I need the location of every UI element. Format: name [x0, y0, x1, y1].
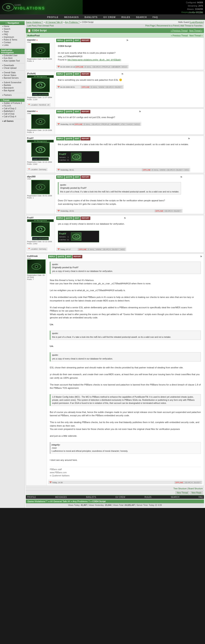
sidebar-item-banappeal[interactable]: » Ban Appeal — [0, 89, 25, 92]
sidebar-item-partners[interactable]: » Partners — [0, 94, 25, 96]
post-5-search-btn[interactable]: SEARCH — [164, 210, 173, 212]
post-1-report-icon[interactable]: ⚑ — [126, 39, 129, 42]
bottom-search-link[interactable]: SEARCH — [171, 496, 179, 498]
bottom-faq-link[interactable]: FAQ — [198, 496, 203, 498]
post-3-reply-btn[interactable]: REPLY — [56, 110, 64, 113]
post-3-edit-btn[interactable]: EDIT — [74, 110, 80, 113]
sidebar-item-cheatupload[interactable]: » Cheat Upload — [0, 67, 25, 70]
sidebar-item-bf2[interactable]: » Battlefield 2 — [0, 110, 25, 112]
nav-gvcrew[interactable]: GV CREW — [100, 15, 119, 20]
post-4-mss-btn[interactable]: MSS — [184, 169, 189, 171]
bottom-messages-link[interactable]: MESSAGES — [55, 496, 67, 498]
nav-banlists[interactable]: BANLISTS — [82, 15, 100, 20]
post-3-report-icon[interactable]: ⚑ — [139, 110, 141, 113]
bottom-bc-problems[interactable]: Any Problems ? — [72, 500, 90, 502]
post-3-report-btn[interactable]: REPORT — [81, 110, 91, 113]
sidebar-item-home[interactable]: » Home — [0, 25, 25, 28]
sidebar-item-fear[interactable]: » F.E.A.R. — [0, 104, 25, 107]
sidebar-item-autoupdate[interactable]: » Auto-Update-Tool — [0, 60, 25, 62]
post-6-report-btn[interactable]: REPORT — [81, 216, 91, 220]
sidebar-item-contact[interactable]: » Contact — [0, 41, 25, 44]
sidebar-item-overallstats[interactable]: » Overall Stats — [0, 71, 25, 74]
post-2-edit-btn[interactable]: EDIT — [74, 72, 80, 76]
bottom-gvcrew-link[interactable]: GV CREW — [115, 496, 125, 498]
post-1-edit-btn[interactable]: EDIT — [74, 39, 80, 42]
post-4-quote-btn[interactable]: QUOTE — [65, 137, 73, 140]
post-5-report-icon[interactable]: ⚑ — [180, 176, 183, 179]
sidebar-item-impressum[interactable]: » Impressum — [0, 36, 25, 38]
post-6-www-btn[interactable]: WWW — [95, 248, 102, 251]
nav-search[interactable]: SEARCH — [133, 15, 150, 20]
post-1-reply-btn[interactable]: REPLY — [56, 39, 64, 42]
register-link[interactable]: Register — [196, 21, 203, 23]
post-1-search-btn[interactable]: SEARCH — [92, 66, 101, 68]
sidebar-item-cod4[interactable]: » Call of Duty 4 — [0, 115, 25, 118]
sidebar-item-team[interactable]: » Team — [0, 30, 25, 33]
post-3-atm-btn[interactable]: ATM — [120, 123, 125, 126]
new-reply-btn[interactable]: New Reply — [190, 491, 203, 494]
last-post-link[interactable]: Last Post — [27, 24, 36, 27]
bottom-profile-link[interactable]: PROFILE — [27, 496, 36, 498]
post-3-member-btn[interactable]: MEMBER — [110, 123, 120, 126]
post-1-offline-btn[interactable]: OFFLINE — [75, 66, 84, 68]
sidebar-item-cod2[interactable]: » Call of Duty 2 — [0, 107, 25, 110]
post-4-offline-btn[interactable]: OFFLINE — [142, 169, 151, 171]
post-5-buddy-btn[interactable]: BUDDY — [174, 210, 181, 212]
post-2-report-icon[interactable]: ⚑ — [121, 72, 124, 76]
add-favorites-link[interactable]: Add Thread to Favorites — [180, 24, 202, 27]
post-3-mss-btn[interactable]: MSS3 — [134, 123, 140, 126]
post-4-report-btn[interactable]: REPORT — [81, 137, 91, 140]
prev-thread-link-1[interactable]: Previous Thread — [172, 34, 188, 37]
post-6-edit-btn[interactable]: EDIT — [74, 216, 80, 220]
bottom-banlists-link[interactable]: BANLISTS — [86, 496, 96, 498]
sidebar-item-links[interactable]: » Links — [0, 44, 25, 46]
post-7-offline-btn[interactable]: OFFLINE — [175, 481, 184, 484]
post-6-email-btn[interactable]: E-MAIL — [87, 248, 95, 251]
post-3-email-btn[interactable]: E-MAIL — [84, 123, 91, 126]
post-2-buddy-btn[interactable]: BUDDY — [115, 86, 123, 88]
bottom-bc-home[interactable]: Game-Violations™ — [28, 500, 48, 502]
next-thread-link-1[interactable]: Next Thread — [189, 34, 201, 37]
sidebar-item-downloads[interactable]: » Downloads — [0, 64, 25, 67]
sidebar-item-eyedent[interactable]: » Eye-Dent — [0, 57, 25, 60]
post-4-edit-btn[interactable]: EDIT — [74, 137, 80, 140]
post-2-report-btn[interactable]: REPORT — [81, 72, 91, 76]
post-3-quote-btn[interactable]: QUOTE — [65, 110, 73, 113]
sidebar-item-banlists[interactable]: » Banlists — [0, 84, 25, 86]
breadcrumb-home[interactable]: Game-Violations™ — [26, 21, 43, 23]
tree-structure-link[interactable]: Tree Structure — [173, 488, 187, 490]
nav-messages[interactable]: MESSAGES — [61, 15, 82, 20]
post-7-reply-btn[interactable]: REPLY — [48, 255, 56, 258]
recommend-link[interactable]: Recommend to a Friend — [157, 24, 179, 27]
post-5-reply-btn[interactable]: REPLY — [56, 176, 64, 179]
post-6-buddy-btn[interactable]: BUDDY — [112, 248, 119, 251]
post-2-quote-btn[interactable]: QUOTE — [65, 72, 73, 76]
prev-thread-link[interactable]: « Previous Thread — [171, 30, 188, 32]
post-1-quote-btn[interactable]: QUOTE — [65, 39, 73, 42]
bottom-bc-general[interactable]: ## General Talk ## — [50, 500, 70, 502]
post-4-reply-btn[interactable]: REPLY — [56, 137, 64, 140]
post-6-mss-btn[interactable]: MSS — [120, 248, 125, 251]
post-1-member-btn[interactable]: MEMBER — [111, 66, 121, 68]
post-4-www-btn[interactable]: WWW — [159, 169, 166, 171]
post-1-email-btn[interactable]: E-MAIL — [85, 66, 92, 68]
post-2-offline-btn[interactable]: OFFLINE — [81, 86, 90, 88]
sidebar-item-faq[interactable]: » FAQ — [0, 33, 25, 36]
post-1-report-btn[interactable]: REPORT — [81, 39, 91, 42]
new-thread-btn[interactable]: New Thread — [175, 491, 189, 494]
post-6-offline-btn[interactable]: OFFLINE — [78, 248, 87, 251]
post-6-report-icon[interactable]: ⚑ — [124, 216, 126, 220]
nav-profile[interactable]: PROFILE — [44, 15, 61, 20]
post-7-edit-btn[interactable]: EDIT — [66, 255, 72, 258]
board-structure-link[interactable]: Board Structure — [188, 488, 203, 490]
sidebar-item-extuser[interactable]: » Extended User — [0, 54, 25, 57]
post-3-search-btn[interactable]: SEARCH — [91, 123, 100, 126]
post-5-report-btn[interactable]: REPORT — [81, 176, 91, 179]
sidebar-item-bansearch[interactable]: » Bansearch — [0, 86, 25, 89]
post-5-quote-btn[interactable]: QUOTE — [65, 176, 73, 179]
post-1-mss-btn[interactable]: MSS3 — [121, 66, 127, 68]
sidebar-item-screenshot[interactable]: » Submit Screenshot — [0, 81, 25, 84]
post-5-offline-btn[interactable]: OFFLINE — [155, 210, 164, 212]
nav-faq[interactable]: FAQ — [150, 15, 161, 20]
next-thread-link[interactable]: Next Thread » — [189, 30, 202, 32]
